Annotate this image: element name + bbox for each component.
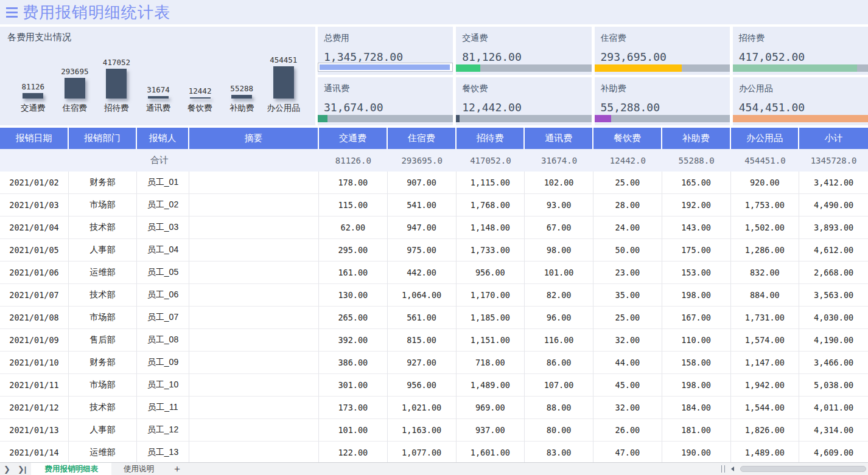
total-value-cell[interactable]: 417052.0 — [457, 149, 525, 172]
amount-cell[interactable]: 116.00 — [525, 329, 593, 352]
amount-cell[interactable]: 1,574.00 — [731, 329, 800, 352]
total-value-cell[interactable]: 1345728.0 — [799, 149, 868, 172]
amount-cell[interactable]: 67.00 — [525, 217, 593, 239]
amount-cell[interactable]: 386.00 — [319, 352, 388, 374]
amount-cell[interactable]: 1,826.00 — [731, 419, 800, 442]
amount-cell[interactable]: 1,753.00 — [731, 194, 800, 217]
amount-cell[interactable]: 5,038.00 — [799, 374, 868, 397]
person-cell[interactable]: 员工_06 — [137, 284, 189, 307]
column-header[interactable]: 住宿费 — [388, 128, 457, 149]
summary-cell[interactable] — [189, 172, 319, 194]
amount-cell[interactable]: 93.00 — [525, 194, 593, 217]
amount-cell[interactable]: 1,185.00 — [457, 307, 525, 329]
amount-cell[interactable]: 181.00 — [662, 419, 731, 442]
amount-cell[interactable]: 190.00 — [662, 442, 731, 464]
department-cell[interactable]: 财务部 — [69, 352, 137, 374]
summary-cell[interactable] — [189, 419, 319, 442]
department-cell[interactable]: 运维部 — [69, 442, 137, 464]
amount-cell[interactable]: 1,286.00 — [731, 239, 800, 262]
amount-cell[interactable]: 98.00 — [525, 239, 593, 262]
amount-cell[interactable]: 4,190.00 — [799, 329, 868, 352]
amount-cell[interactable]: 1,942.00 — [731, 374, 800, 397]
amount-cell[interactable]: 178.00 — [319, 172, 388, 194]
date-cell[interactable]: 2021/01/06 — [0, 262, 69, 284]
column-header[interactable]: 交通费 — [319, 128, 388, 149]
amount-cell[interactable]: 45.00 — [593, 374, 662, 397]
amount-cell[interactable]: 83.00 — [525, 442, 593, 464]
amount-cell[interactable]: 1,768.00 — [457, 194, 525, 217]
amount-cell[interactable]: 1,064.00 — [388, 284, 457, 307]
date-cell[interactable]: 2021/01/13 — [0, 419, 69, 442]
total-value-cell[interactable]: 31674.0 — [525, 149, 593, 172]
person-cell[interactable]: 员工_11 — [137, 397, 189, 419]
amount-cell[interactable]: 1,163.00 — [388, 419, 457, 442]
amount-cell[interactable]: 165.00 — [662, 172, 731, 194]
total-label-cell[interactable]: 合计 — [0, 149, 319, 172]
amount-cell[interactable]: 32.00 — [593, 329, 662, 352]
column-header[interactable]: 报销人 — [137, 128, 189, 149]
amount-cell[interactable]: 561.00 — [388, 307, 457, 329]
person-cell[interactable]: 员工_12 — [137, 419, 189, 442]
amount-cell[interactable]: 26.00 — [593, 419, 662, 442]
amount-cell[interactable]: 107.00 — [525, 374, 593, 397]
add-sheet-icon[interactable]: ＋ — [172, 464, 182, 474]
amount-cell[interactable]: 718.00 — [457, 352, 525, 374]
person-cell[interactable]: 员工_13 — [137, 442, 189, 464]
amount-cell[interactable]: 86.00 — [525, 352, 593, 374]
person-cell[interactable]: 员工_02 — [137, 194, 189, 217]
summary-cell[interactable] — [189, 284, 319, 307]
hamburger-menu-icon[interactable] — [6, 7, 18, 18]
amount-cell[interactable]: 1,148.00 — [457, 217, 525, 239]
amount-cell[interactable]: 884.00 — [731, 284, 800, 307]
amount-cell[interactable]: 115.00 — [319, 194, 388, 217]
date-cell[interactable]: 2021/01/14 — [0, 442, 69, 464]
amount-cell[interactable]: 44.00 — [593, 352, 662, 374]
amount-cell[interactable]: 4,612.00 — [799, 239, 868, 262]
column-header[interactable]: 补助费 — [662, 128, 731, 149]
amount-cell[interactable]: 158.00 — [662, 352, 731, 374]
column-header[interactable]: 办公用品 — [731, 128, 800, 149]
amount-cell[interactable]: 167.00 — [662, 307, 731, 329]
amount-cell[interactable]: 25.00 — [593, 307, 662, 329]
amount-cell[interactable]: 24.00 — [593, 217, 662, 239]
amount-cell[interactable]: 295.00 — [319, 239, 388, 262]
summary-cell[interactable] — [189, 239, 319, 262]
amount-cell[interactable]: 23.00 — [593, 262, 662, 284]
amount-cell[interactable]: 101.00 — [525, 262, 593, 284]
amount-cell[interactable]: 937.00 — [457, 419, 525, 442]
person-cell[interactable]: 员工_07 — [137, 307, 189, 329]
amount-cell[interactable]: 28.00 — [593, 194, 662, 217]
amount-cell[interactable]: 1,021.00 — [388, 397, 457, 419]
amount-cell[interactable]: 175.00 — [662, 239, 731, 262]
amount-cell[interactable]: 3,563.00 — [799, 284, 868, 307]
department-cell[interactable]: 技术部 — [69, 217, 137, 239]
summary-cell[interactable] — [189, 307, 319, 329]
department-cell[interactable]: 运维部 — [69, 262, 137, 284]
amount-cell[interactable]: 143.00 — [662, 217, 731, 239]
amount-cell[interactable]: 1,489.00 — [731, 442, 800, 464]
person-cell[interactable]: 员工_05 — [137, 262, 189, 284]
sheet-nav-next-icon[interactable]: ❯ — [4, 465, 10, 474]
amount-cell[interactable]: 4,030.00 — [799, 307, 868, 329]
amount-cell[interactable]: 1,733.00 — [457, 239, 525, 262]
column-header[interactable]: 报销日期 — [0, 128, 69, 149]
amount-cell[interactable]: 1,731.00 — [731, 307, 800, 329]
amount-cell[interactable]: 1,115.00 — [457, 172, 525, 194]
total-value-cell[interactable]: 55288.0 — [662, 149, 731, 172]
amount-cell[interactable]: 907.00 — [388, 172, 457, 194]
amount-cell[interactable]: 101.00 — [319, 419, 388, 442]
amount-cell[interactable]: 88.00 — [525, 397, 593, 419]
department-cell[interactable]: 市场部 — [69, 374, 137, 397]
amount-cell[interactable]: 301.00 — [319, 374, 388, 397]
amount-cell[interactable]: 192.00 — [662, 194, 731, 217]
person-cell[interactable]: 员工_10 — [137, 374, 189, 397]
amount-cell[interactable]: 927.00 — [388, 352, 457, 374]
date-cell[interactable]: 2021/01/04 — [0, 217, 69, 239]
amount-cell[interactable]: 198.00 — [662, 284, 731, 307]
department-cell[interactable]: 市场部 — [69, 307, 137, 329]
column-header[interactable]: 通讯费 — [525, 128, 593, 149]
amount-cell[interactable]: 956.00 — [457, 262, 525, 284]
amount-cell[interactable]: 50.00 — [593, 239, 662, 262]
amount-cell[interactable]: 920.00 — [731, 172, 800, 194]
amount-cell[interactable]: 110.00 — [662, 329, 731, 352]
